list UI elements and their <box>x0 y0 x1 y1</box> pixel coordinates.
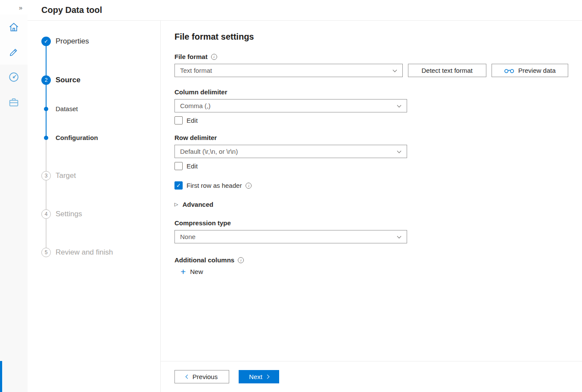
column-delimiter-dropdown[interactable]: Comma (,) <box>174 99 407 112</box>
substep-configuration[interactable]: Configuration <box>41 134 98 141</box>
first-row-header-checkbox[interactable]: ✓ <box>174 181 183 190</box>
chevron-right-icon <box>265 375 269 379</box>
expand-triangle-icon: ▷ <box>174 202 178 207</box>
column-delimiter-edit-checkbox[interactable] <box>174 116 183 124</box>
info-icon[interactable]: i <box>238 257 244 263</box>
column-delimiter-label: Column delimiter <box>174 88 227 96</box>
advanced-label: Advanced <box>182 201 213 208</box>
step-target-label: Target <box>56 171 76 180</box>
wizard-stepper: ✓ Properties 2 Source Dataset Configurat… <box>28 21 161 392</box>
step-settings-label: Settings <box>56 210 82 218</box>
info-icon[interactable]: i <box>211 54 217 60</box>
advanced-expander[interactable]: ▷ Advanced <box>174 201 568 208</box>
step-settings-number: 4 <box>41 209 51 219</box>
column-delimiter-edit-label: Edit <box>187 117 198 124</box>
step-review-number: 5 <box>41 248 51 257</box>
chevron-down-icon <box>397 103 401 108</box>
compression-type-label: Compression type <box>174 219 231 227</box>
chevron-down-icon <box>397 234 401 239</box>
page-title: Copy Data tool <box>41 5 102 15</box>
file-format-value: Text format <box>180 67 212 74</box>
collapse-rail-button[interactable]: » <box>0 0 28 15</box>
chevron-down-icon <box>397 149 401 153</box>
compression-type-value: None <box>180 233 196 240</box>
substep-configuration-label: Configuration <box>56 134 98 141</box>
step-properties[interactable]: ✓ Properties <box>41 37 89 46</box>
preview-data-button[interactable]: Preview data <box>492 64 568 77</box>
app-header: Copy Data tool <box>28 0 582 21</box>
glasses-icon <box>504 68 514 73</box>
step-review[interactable]: 5 Review and finish <box>41 248 113 257</box>
checkmark-icon: ✓ <box>176 182 181 189</box>
preview-data-label: Preview data <box>518 67 556 74</box>
step-source-label: Source <box>56 76 81 84</box>
row-delimiter-dropdown[interactable]: Default (\r,\n, or \r\n) <box>174 145 407 158</box>
nav-home-button[interactable] <box>0 15 28 40</box>
file-format-label: File format <box>174 53 208 60</box>
step-target-number: 3 <box>41 171 51 180</box>
row-delimiter-edit-checkbox[interactable] <box>174 162 183 170</box>
home-icon <box>8 22 19 33</box>
chevron-left-icon <box>185 375 190 379</box>
substep-dataset[interactable]: Dataset <box>41 105 78 112</box>
nav-author-button[interactable] <box>0 40 28 65</box>
toolbox-icon <box>8 96 20 108</box>
substep-dataset-label: Dataset <box>56 105 78 112</box>
substep-dot-icon <box>44 107 48 111</box>
file-format-dropdown[interactable]: Text format <box>174 64 403 77</box>
step-settings[interactable]: 4 Settings <box>41 209 82 219</box>
nav-rail: » <box>0 0 28 392</box>
stepper-connector-done <box>46 42 47 139</box>
stepper-connector-upcoming <box>46 139 47 253</box>
plus-icon: + <box>181 267 186 276</box>
first-row-header-label: First row as header <box>187 182 242 189</box>
file-format-settings-panel: File format settings File format i Text … <box>161 21 582 361</box>
substep-dot-icon <box>44 136 48 140</box>
new-column-label: New <box>190 268 203 275</box>
nav-manage-button[interactable] <box>0 90 28 115</box>
add-new-column-button[interactable]: + New <box>181 267 203 276</box>
step-source-number: 2 <box>41 75 51 85</box>
copy-data-tool-window: » <box>0 0 582 392</box>
info-icon[interactable]: i <box>246 183 252 189</box>
step-target[interactable]: 3 Target <box>41 171 76 180</box>
gauge-icon <box>8 71 20 83</box>
wizard-footer: Previous Next <box>161 361 582 392</box>
row-delimiter-value: Default (\r,\n, or \r\n) <box>180 148 238 155</box>
column-delimiter-value: Comma (,) <box>180 102 211 109</box>
section-title: File format settings <box>174 32 568 42</box>
step-check-icon: ✓ <box>41 37 51 46</box>
row-delimiter-label: Row delimiter <box>174 134 217 141</box>
rail-accent-bar <box>0 361 2 392</box>
step-review-label: Review and finish <box>56 248 113 257</box>
additional-columns-label: Additional columns <box>174 256 234 264</box>
previous-button-label: Previous <box>193 373 218 380</box>
step-properties-label: Properties <box>56 37 89 46</box>
collapse-chevrons-icon: » <box>19 4 22 11</box>
row-delimiter-edit-label: Edit <box>187 162 198 170</box>
compression-type-dropdown[interactable]: None <box>174 230 407 243</box>
pencil-icon <box>8 47 19 58</box>
previous-button[interactable]: Previous <box>174 370 229 383</box>
step-source[interactable]: 2 Source <box>41 75 81 85</box>
detect-text-format-button[interactable]: Detect text format <box>408 64 486 77</box>
next-button-label: Next <box>249 373 262 380</box>
next-button[interactable]: Next <box>239 370 279 383</box>
chevron-down-icon <box>392 68 397 72</box>
nav-monitor-button[interactable] <box>0 65 28 90</box>
